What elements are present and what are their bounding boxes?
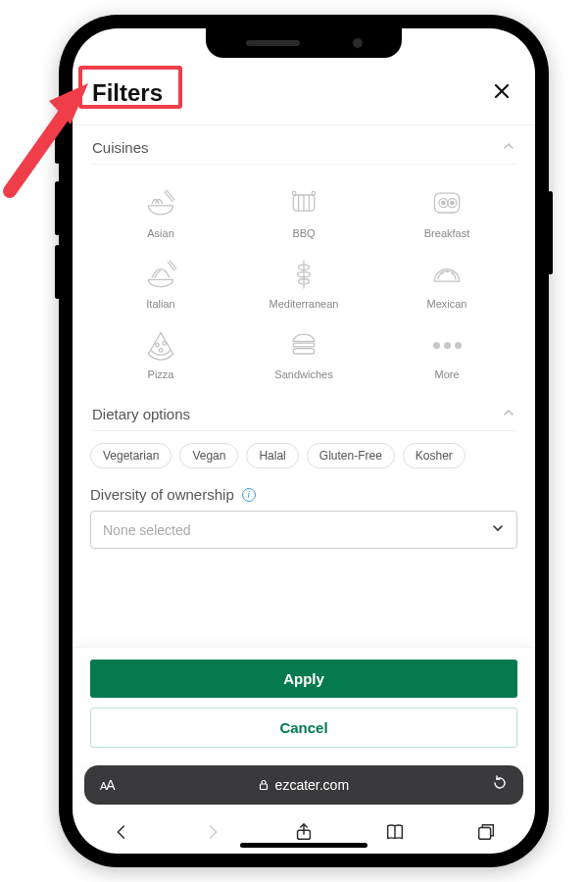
dietary-section-header[interactable]: Dietary options (90, 392, 517, 431)
bookmarks-button[interactable] (377, 821, 413, 843)
more-icon (427, 325, 466, 365)
reload-icon[interactable] (492, 775, 508, 795)
pizza-icon (141, 325, 180, 365)
cuisine-breakfast[interactable]: Breakfast (378, 178, 515, 245)
cuisine-italian[interactable]: Italian (92, 249, 229, 316)
cuisine-label: Italian (146, 298, 174, 310)
home-indicator[interactable] (240, 843, 368, 848)
svg-point-12 (163, 341, 167, 345)
info-icon[interactable]: i (242, 488, 256, 502)
ribs-icon (284, 184, 323, 223)
chevron-down-icon (491, 521, 505, 538)
svg-rect-18 (478, 827, 490, 839)
share-button[interactable] (286, 821, 321, 843)
phone-power-button (548, 191, 553, 274)
svg-point-6 (442, 201, 446, 205)
cuisine-label: BBQ (292, 227, 315, 239)
cuisine-label: Mediterranean (270, 298, 339, 310)
chevron-up-icon (502, 406, 515, 422)
page-title: Filters (92, 79, 163, 107)
phone-frame: Filters Cuisines Asian (59, 15, 549, 867)
cuisine-label: Pizza (148, 368, 174, 380)
egg-icon (427, 184, 466, 223)
svg-line-19 (10, 111, 67, 191)
diversity-section-header: Diversity of ownership i (90, 478, 517, 511)
cancel-button[interactable]: Cancel (90, 708, 517, 748)
cuisine-more[interactable]: More (378, 319, 515, 386)
diversity-placeholder: None selected (103, 522, 191, 538)
svg-rect-16 (260, 784, 267, 790)
phone-volume-down (55, 245, 60, 299)
svg-point-7 (451, 201, 455, 205)
pill-gluten-free[interactable]: Gluten-Free (307, 443, 395, 468)
close-button[interactable] (488, 75, 515, 111)
forward-button[interactable] (195, 821, 230, 843)
cuisine-label: Mexican (427, 298, 467, 310)
svg-rect-3 (434, 193, 459, 213)
phone-screen: Filters Cuisines Asian (73, 28, 535, 854)
filters-content: Cuisines Asian BBQ (73, 125, 535, 647)
pill-vegan[interactable]: Vegan (179, 443, 238, 468)
url-text: ezcater.com (275, 777, 349, 793)
apply-button[interactable]: Apply (90, 660, 517, 698)
cuisines-section-header[interactable]: Cuisines (90, 125, 517, 165)
pasta-icon (141, 255, 180, 294)
pill-halal[interactable]: Halal (246, 443, 298, 468)
cuisine-mediterranean[interactable]: Mediterranean (235, 249, 372, 316)
diversity-label: Diversity of ownership (90, 486, 234, 503)
text-size-icon[interactable]: AA (100, 777, 115, 793)
kebab-icon (284, 255, 323, 294)
button-bar: Apply Cancel (73, 647, 535, 765)
phone-notch (206, 28, 402, 58)
svg-point-2 (312, 191, 316, 195)
cuisine-pizza[interactable]: Pizza (92, 319, 229, 386)
svg-rect-15 (293, 349, 315, 354)
annotation-arrow-icon (0, 83, 93, 201)
cuisine-label: Breakfast (424, 227, 469, 239)
cuisine-label: More (434, 368, 459, 380)
cuisine-grid: Asian BBQ Breakfast (90, 165, 517, 392)
browser-url-bar[interactable]: AA ezcater.com (84, 765, 523, 805)
svg-rect-14 (293, 343, 315, 347)
svg-point-11 (156, 343, 160, 347)
cuisine-asian[interactable]: Asian (92, 178, 229, 245)
dietary-pills: Vegetarian Vegan Halal Gluten-Free Koshe… (90, 431, 517, 478)
burger-icon (284, 325, 323, 365)
cuisine-sandwiches[interactable]: Sandwiches (235, 319, 372, 386)
bowl-icon (141, 184, 180, 223)
dietary-label: Dietary options (92, 406, 190, 422)
lock-icon (258, 779, 270, 791)
cuisine-bbq[interactable]: BBQ (235, 178, 372, 245)
chevron-up-icon (502, 139, 515, 156)
pill-kosher[interactable]: Kosher (403, 443, 466, 468)
url-display: ezcater.com (258, 777, 349, 793)
diversity-select[interactable]: None selected (90, 511, 517, 549)
cuisine-label: Sandwiches (274, 368, 332, 380)
cuisine-label: Asian (147, 227, 174, 239)
cuisine-mexican[interactable]: Mexican (378, 249, 515, 316)
cuisines-label: Cuisines (92, 139, 149, 156)
pill-vegetarian[interactable]: Vegetarian (90, 443, 172, 468)
back-button[interactable] (104, 821, 139, 843)
svg-point-13 (159, 349, 163, 353)
svg-point-1 (292, 191, 296, 195)
taco-icon (427, 255, 466, 294)
tabs-button[interactable] (468, 821, 504, 843)
